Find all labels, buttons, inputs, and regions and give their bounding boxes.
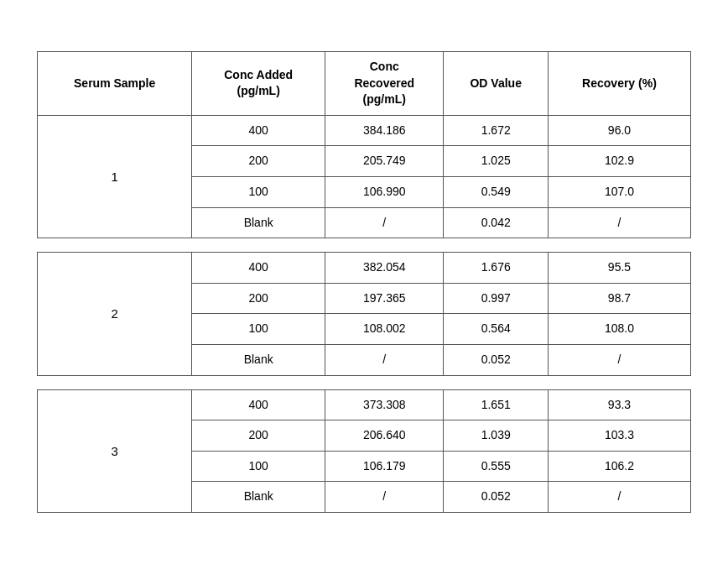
conc-added-cell: 100 [192,451,325,482]
conc-recovered-cell: 384.186 [325,115,444,146]
serum-label-3: 3 [38,389,192,512]
conc-recovered-cell: / [325,482,444,513]
conc-added-cell: 400 [192,115,325,146]
serum-label-1: 1 [38,115,192,238]
spacer-row [38,238,691,253]
conc-recovered-cell: 197.365 [325,283,444,314]
recovery-cell: 93.3 [548,389,690,420]
serum-label-2: 2 [38,253,192,375]
conc-recovered-cell: / [325,344,444,375]
od-value-cell: 0.555 [444,451,548,482]
od-value-cell: 1.025 [444,146,548,177]
conc-added-cell: 100 [192,314,325,345]
table-row: 2400382.0541.67695.5 [38,253,691,284]
recovery-table-wrapper: Serum Sample Conc Added(pg/mL) ConcRecov… [37,51,691,513]
od-value-cell: 1.676 [444,253,548,284]
recovery-cell: 103.3 [548,420,690,452]
recovery-cell: 95.5 [548,253,690,284]
header-conc-added: Conc Added(pg/mL) [192,52,325,116]
conc-added-cell: Blank [192,207,325,238]
conc-added-cell: 400 [192,253,325,284]
recovery-cell: / [548,482,690,513]
od-value-cell: 0.564 [444,314,548,345]
recovery-cell: 102.9 [548,146,690,177]
header-serum: Serum Sample [38,52,192,116]
od-value-cell: 0.052 [444,482,548,513]
conc-recovered-cell: 108.002 [325,314,444,345]
od-value-cell: 1.651 [444,389,548,420]
conc-added-cell: 400 [192,389,325,420]
recovery-cell: 96.0 [548,115,690,146]
recovery-cell: / [548,344,690,375]
recovery-cell: 98.7 [548,283,690,314]
table-row: 1400384.1861.67296.0 [38,115,691,146]
od-value-cell: 0.042 [444,207,548,238]
conc-added-cell: 200 [192,146,325,177]
conc-added-cell: Blank [192,482,325,513]
od-value-cell: 1.672 [444,115,548,146]
conc-added-cell: Blank [192,344,325,375]
od-value-cell: 0.549 [444,177,548,208]
conc-recovered-cell: 106.179 [325,451,444,482]
conc-recovered-cell: / [325,207,444,238]
recovery-cell: 106.2 [548,451,690,482]
conc-recovered-cell: 106.990 [325,177,444,208]
header-recovery: Recovery (%) [548,52,690,116]
conc-added-cell: 200 [192,420,325,452]
conc-recovered-cell: 373.308 [325,389,444,420]
recovery-table: Serum Sample Conc Added(pg/mL) ConcRecov… [37,51,691,513]
od-value-cell: 1.039 [444,420,548,452]
od-value-cell: 0.997 [444,283,548,314]
header-od-value: OD Value [444,52,548,116]
header-conc-recovered: ConcRecovered(pg/mL) [325,52,444,116]
recovery-cell: / [548,207,690,238]
conc-added-cell: 200 [192,283,325,314]
recovery-cell: 108.0 [548,314,690,345]
conc-recovered-cell: 382.054 [325,253,444,284]
conc-recovered-cell: 206.640 [325,420,444,452]
spacer-row [38,375,691,389]
od-value-cell: 0.052 [444,344,548,375]
recovery-cell: 107.0 [548,177,690,208]
conc-recovered-cell: 205.749 [325,146,444,177]
header-row: Serum Sample Conc Added(pg/mL) ConcRecov… [38,52,691,116]
table-row: 3400373.3081.65193.3 [38,389,691,420]
conc-added-cell: 100 [192,177,325,208]
